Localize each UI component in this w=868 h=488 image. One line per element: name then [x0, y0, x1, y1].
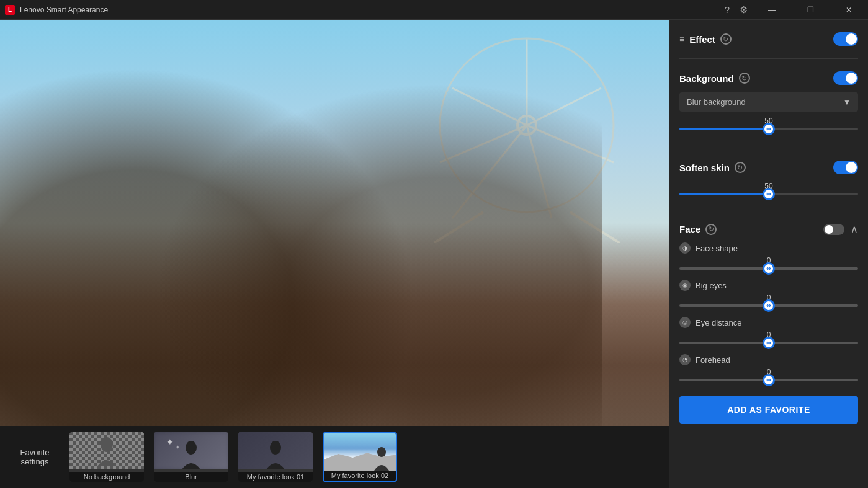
soften-skin-section-header: Soften skin ↻: [679, 156, 858, 179]
favorites-label: Favorite settings: [10, 448, 60, 466]
app-logo: L: [5, 5, 15, 15]
favorite-item-look-02-label: My favorite look 02: [324, 471, 396, 481]
eye-distance-slider-track[interactable]: ⇔: [679, 342, 858, 344]
soften-skin-title: Soften skin: [679, 162, 730, 173]
soften-skin-slider-arrows-icon: ⇔: [766, 191, 771, 197]
svg-point-12: [186, 441, 197, 455]
face-toggle[interactable]: [823, 224, 844, 235]
svg-point-14: [377, 447, 386, 457]
face-shape-title: Face shape: [696, 244, 738, 253]
eye-distance-sub-section: ◎ Eye distance 0 ⇔: [679, 317, 858, 352]
face-header-left: Face ↻: [679, 224, 717, 235]
filter-icon: ≡: [679, 34, 684, 44]
forehead-slider-track[interactable]: ⇔: [679, 379, 858, 381]
background-title: Background: [679, 73, 734, 84]
soften-skin-toggle-knob: [846, 162, 857, 173]
eye-distance-slider-thumb[interactable]: ⇔: [763, 337, 775, 349]
big-eyes-slider-thumb[interactable]: ⇔: [763, 299, 775, 312]
big-eyes-slider-track[interactable]: ⇔: [679, 304, 858, 307]
soften-skin-slider-thumb[interactable]: ⇔: [763, 188, 775, 200]
big-eyes-title: Big eyes: [696, 281, 727, 290]
favorite-item-look-02[interactable]: My favorite look 02: [323, 432, 397, 482]
help-icon[interactable]: ?: [725, 4, 730, 15]
favorite-item-no-background-label: No background: [69, 472, 144, 482]
soften-skin-toggle[interactable]: [833, 161, 858, 174]
blur-background-dropdown[interactable]: Blur background ▼: [679, 92, 858, 112]
svg-point-13: [270, 441, 281, 455]
effect-toggle-knob: [846, 33, 857, 45]
background-header-left: Background ↻: [679, 73, 750, 84]
face-shape-sub-section: ◑ Face shape 0 ⇔: [679, 242, 858, 277]
favorites-bar: Favorite settings No background ✦: [0, 426, 669, 488]
divider-3: [679, 213, 858, 213]
effect-title: Effect: [689, 34, 715, 45]
soften-skin-slider-fill: [679, 193, 769, 195]
big-eyes-slider-arrows-icon: ⇔: [766, 303, 771, 309]
soften-skin-slider-container: 50 ⇔: [679, 182, 858, 200]
favorite-item-blur[interactable]: ✦ ✦ Blur: [154, 432, 228, 482]
face-toggle-knob: [825, 225, 833, 234]
app-title: Lenovo Smart Appearance: [20, 6, 108, 14]
face-section-header: Face ↻ ∧: [679, 218, 858, 240]
titlebar-controls: ? ⚙ — ❐ ✕: [725, 0, 863, 20]
soften-skin-info-icon[interactable]: ↻: [735, 162, 746, 173]
face-shape-slider-track[interactable]: ⇔: [679, 267, 858, 270]
face-shape-slider-arrows-icon: ⇔: [766, 265, 771, 272]
face-shape-slider-container: 0 ⇔: [679, 256, 858, 270]
background-slider-track[interactable]: ⇔: [679, 128, 858, 130]
big-eyes-slider-container: 0 ⇔: [679, 293, 858, 307]
divider-2: [679, 148, 858, 148]
face-shape-slider-thumb[interactable]: ⇔: [763, 262, 775, 275]
forehead-slider-container: 0 ⇔: [679, 368, 858, 381]
eye-distance-title: Eye distance: [696, 318, 741, 327]
face-shape-header: ◑ Face shape: [679, 242, 858, 254]
soften-skin-slider-track[interactable]: ⇔: [679, 193, 858, 195]
forehead-slider-arrows-icon: ⇔: [766, 377, 771, 383]
background-slider-container: 50 ⇔: [679, 117, 858, 135]
favorite-item-look-01[interactable]: My favorite look 01: [238, 432, 313, 482]
background-section-header: Background ↻: [679, 66, 858, 90]
close-button[interactable]: ✕: [834, 0, 863, 20]
background-toggle[interactable]: [833, 71, 858, 85]
background-info-icon[interactable]: ↻: [739, 73, 750, 84]
right-panel: ≡ Effect ↻ Background ↻: [669, 20, 868, 488]
restore-button[interactable]: ❐: [796, 0, 825, 20]
soften-skin-header-left: Soften skin ↻: [679, 162, 746, 173]
effect-header-left: ≡ Effect ↻: [679, 33, 732, 45]
face-shape-icon: ◑: [679, 242, 691, 254]
slider-arrows-icon: ⇔: [766, 126, 771, 132]
eye-distance-slider-container: 0 ⇔: [679, 331, 858, 344]
eye-distance-icon: ◎: [679, 317, 691, 328]
dropdown-arrow-icon: ▼: [843, 98, 851, 107]
titlebar: L Lenovo Smart Appearance ? ⚙ — ❐ ✕: [0, 0, 868, 20]
settings-icon[interactable]: ⚙: [740, 4, 748, 16]
face-collapse-icon[interactable]: ∧: [851, 223, 858, 235]
favorite-item-no-background[interactable]: No background: [69, 432, 144, 482]
divider-1: [679, 58, 858, 59]
big-eyes-sub-section: ◉ Big eyes 0 ⇔: [679, 280, 858, 314]
minimize-button[interactable]: —: [758, 0, 786, 20]
background-slider-thumb[interactable]: ⇔: [763, 123, 775, 135]
face-info-icon[interactable]: ↻: [705, 224, 717, 235]
eye-distance-header: ◎ Eye distance: [679, 317, 858, 328]
effect-info-icon[interactable]: ↻: [720, 33, 732, 45]
effect-toggle[interactable]: [833, 32, 858, 46]
favorite-item-blur-label: Blur: [154, 472, 228, 482]
forehead-icon: ◔: [679, 354, 691, 365]
blur-background-text: Blur background: [687, 97, 746, 107]
forehead-slider-thumb[interactable]: ⇔: [763, 374, 775, 386]
svg-point-11: [101, 437, 113, 452]
main-content: Favorite settings No background ✦: [0, 20, 868, 488]
forehead-header: ◔ Forehead: [679, 354, 858, 365]
eye-distance-slider-arrows-icon: ⇔: [766, 340, 771, 346]
forehead-title: Forehead: [696, 355, 730, 365]
effect-section-header: ≡ Effect ↻: [679, 27, 858, 51]
add-favorite-button[interactable]: ADD AS FAVORITE: [679, 396, 858, 424]
face-title: Face: [679, 224, 700, 234]
forehead-sub-section: ◔ Forehead 0 ⇔: [679, 354, 858, 389]
background-slider-fill: [679, 128, 769, 130]
big-eyes-header: ◉ Big eyes: [679, 280, 858, 291]
background-toggle-knob: [846, 73, 857, 84]
preview-area: Favorite settings No background ✦: [0, 20, 669, 488]
titlebar-left: L Lenovo Smart Appearance: [5, 5, 108, 15]
